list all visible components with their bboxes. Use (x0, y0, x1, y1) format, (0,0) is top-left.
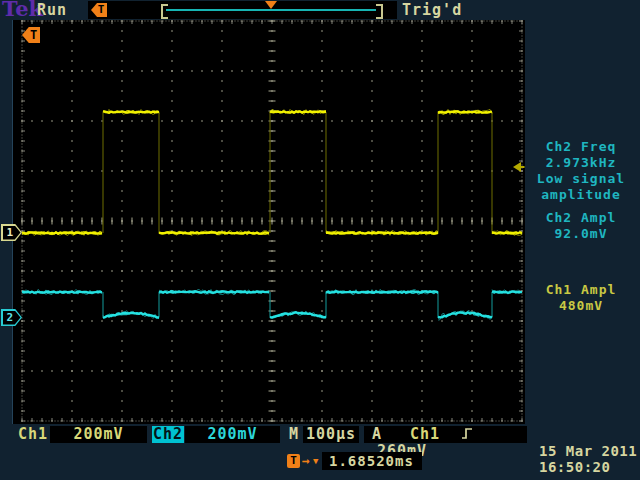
ch1-ampl-value: 480mV (524, 298, 638, 314)
ch1-ampl-label: Ch1 Ampl (524, 282, 638, 298)
acq-window-end-bracket-icon (376, 4, 383, 19)
low-signal-warning-line1: Low signal (524, 171, 638, 187)
ch2-freq-label: Ch2 Freq (524, 139, 638, 155)
oscilloscope-display: Tek Run T Trig'd T 1 2 Ch2 Freq 2.973kHz… (0, 0, 640, 480)
acquisition-state: Run (37, 1, 67, 19)
low-signal-warning-line2: amplitude (524, 187, 638, 203)
trigger-a-label: A (372, 425, 382, 443)
trigger-position-value: 1.68520ms (322, 452, 422, 470)
time-label: 16:50:20 (539, 459, 637, 475)
triangle-down-icon: ▼ (313, 456, 318, 466)
ch2-ampl-label: Ch2 Ampl (524, 210, 638, 226)
acquisition-record-bar: T (88, 1, 397, 19)
ch2-freq-measurement: Ch2 Freq 2.973kHz Low signal amplitude (524, 139, 638, 203)
trigger-source: Ch1 (410, 425, 440, 443)
trigger-position-icon: T (91, 3, 107, 17)
ch2-trace (22, 289, 522, 320)
graticule-grid (21, 20, 522, 421)
status-bar: Ch1 200mV Ch2 200mV M 100µs A Ch1 260mV (0, 426, 640, 443)
ch2-label-badge: Ch2 (152, 426, 184, 443)
trigger-readout: A Ch1 260mV (364, 426, 527, 443)
trigger-status: Trig'd (402, 1, 462, 19)
timebase-label: M (289, 426, 299, 443)
ch2-ampl-value: 92.0mV (524, 226, 638, 242)
ch1-ampl-measurement: Ch1 Ampl 480mV (524, 282, 638, 314)
arrow-right-icon: → (302, 453, 310, 468)
datetime: 15 Mar 2011 16:50:20 (539, 443, 637, 475)
ch1-label: Ch1 (18, 426, 48, 443)
trigger-level-arrow-icon (513, 162, 525, 172)
ch1-trace (22, 109, 522, 235)
trigger-position-triangle-icon (265, 1, 277, 9)
ch2-freq-value: 2.973kHz (524, 155, 638, 171)
ch2-ampl-measurement: Ch2 Ampl 92.0mV (524, 210, 638, 242)
acq-window-start-bracket-icon (161, 4, 168, 19)
acq-window-line (166, 9, 376, 11)
date-label: 15 Mar 2011 (539, 443, 637, 459)
ch2-scale-readout: 200mV (185, 426, 280, 443)
ch1-scale-readout: 200mV (50, 426, 147, 443)
trigger-t-icon: T (287, 454, 300, 468)
rising-edge-icon (461, 427, 473, 440)
timebase-readout: 100µs (303, 426, 359, 443)
